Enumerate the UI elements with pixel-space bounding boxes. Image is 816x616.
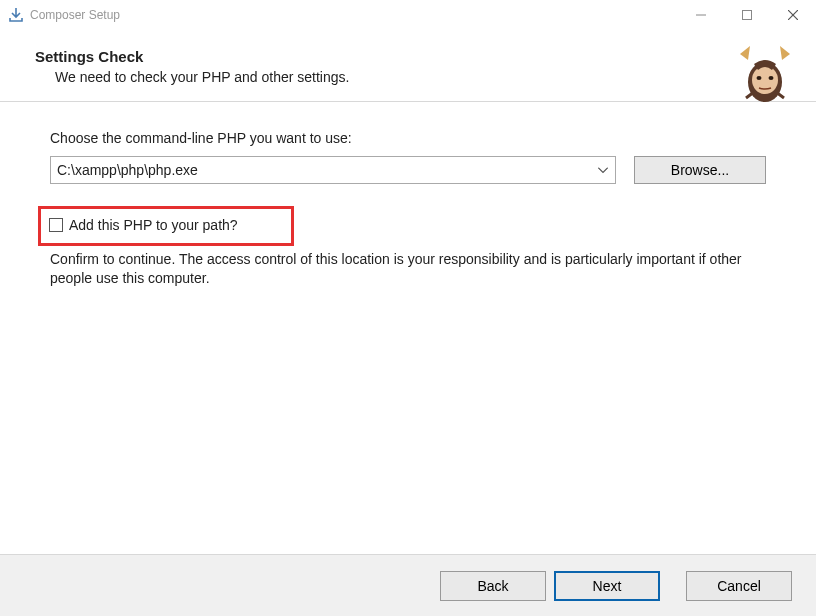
php-select-row: C:\xampp\php\php.exe Browse... — [50, 156, 766, 184]
back-button[interactable]: Back — [440, 571, 546, 601]
content-area: Choose the command-line PHP you want to … — [0, 102, 816, 288]
svg-point-6 — [757, 76, 762, 80]
window-title: Composer Setup — [30, 8, 120, 22]
add-path-label: Add this PHP to your path? — [69, 217, 238, 233]
page-title: Settings Check — [35, 48, 786, 65]
close-button[interactable] — [770, 0, 816, 30]
maximize-button[interactable] — [724, 0, 770, 30]
choose-php-label: Choose the command-line PHP you want to … — [50, 130, 766, 146]
next-button[interactable]: Next — [554, 571, 660, 601]
php-path-value: C:\xampp\php\php.exe — [57, 162, 198, 178]
svg-point-7 — [769, 76, 774, 80]
php-path-select[interactable]: C:\xampp\php\php.exe — [50, 156, 616, 184]
minimize-button[interactable] — [678, 0, 724, 30]
header: Settings Check We need to check your PHP… — [0, 30, 816, 102]
footer: Back Next Cancel — [0, 554, 816, 616]
composer-logo-icon — [732, 44, 798, 110]
window-controls — [678, 0, 816, 30]
confirm-text: Confirm to continue. The access control … — [50, 250, 766, 288]
add-path-checkbox[interactable] — [49, 218, 63, 232]
add-path-highlight: Add this PHP to your path? — [38, 206, 294, 246]
page-subtitle: We need to check your PHP and other sett… — [55, 69, 786, 85]
app-icon — [8, 7, 24, 23]
svg-rect-1 — [743, 11, 752, 20]
cancel-button[interactable]: Cancel — [686, 571, 792, 601]
svg-point-5 — [752, 66, 778, 94]
browse-button[interactable]: Browse... — [634, 156, 766, 184]
